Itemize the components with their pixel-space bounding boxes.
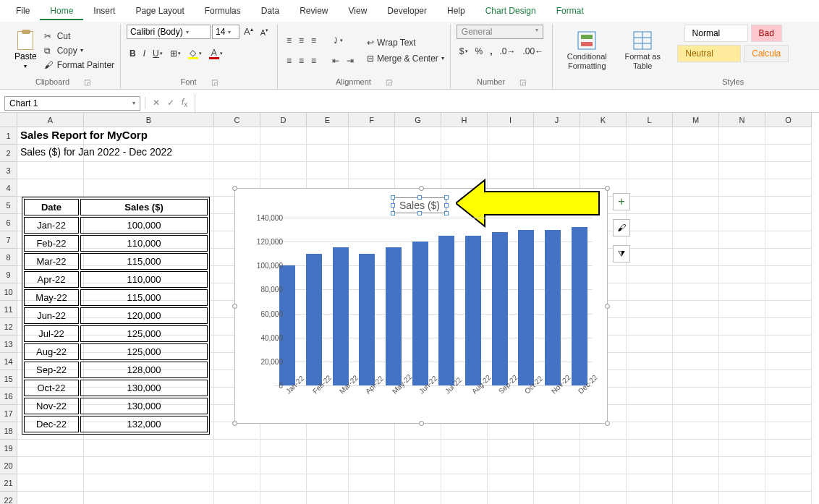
cell[interactable] [307, 492, 349, 504]
table-row[interactable]: Jan-22100,000 [24, 217, 208, 234]
cell[interactable] [488, 162, 534, 179]
chart-handle[interactable] [232, 421, 237, 426]
column-header-G[interactable]: G [395, 113, 441, 127]
cell[interactable] [214, 145, 260, 162]
align-top-button[interactable]: ≡ [284, 34, 294, 47]
cell[interactable] [488, 127, 534, 145]
cell[interactable] [441, 162, 488, 179]
cell[interactable] [84, 162, 214, 179]
wrap-text-button[interactable]: ↩Wrap Text [367, 38, 444, 48]
cell[interactable] [673, 145, 719, 162]
table-cell-sales[interactable]: 100,000 [80, 217, 208, 234]
cell[interactable] [765, 145, 812, 162]
cell[interactable] [260, 492, 307, 504]
table-row[interactable]: Apr-22110,000 [24, 271, 208, 288]
chart-handle[interactable] [605, 186, 610, 191]
align-middle-button[interactable]: ≡ [296, 34, 307, 47]
cell[interactable] [84, 440, 214, 457]
menu-data[interactable]: Data [251, 3, 289, 20]
bold-button[interactable]: B [127, 47, 139, 60]
cell[interactable] [627, 318, 673, 336]
table-cell-sales[interactable]: 128,000 [80, 362, 208, 378]
cell[interactable] [627, 388, 673, 405]
cell[interactable] [627, 457, 673, 474]
table-row[interactable]: Mar-22115,000 [24, 253, 208, 270]
row-header-11[interactable]: 11 [0, 301, 17, 318]
cell[interactable] [673, 197, 719, 214]
row-header-8[interactable]: 8 [0, 249, 17, 266]
chart-handle[interactable] [419, 186, 424, 191]
cell[interactable] [765, 162, 812, 179]
table-cell-sales[interactable]: 110,000 [80, 271, 208, 288]
column-header-L[interactable]: L [627, 113, 673, 127]
menu-page-layout[interactable]: Page Layout [125, 3, 194, 20]
cell[interactable] [765, 301, 812, 318]
cell[interactable] [214, 440, 260, 457]
cell[interactable] [673, 318, 719, 336]
fx-button[interactable]: fx [182, 97, 187, 108]
chart-plot-area[interactable] [274, 218, 593, 385]
italic-button[interactable]: I [140, 47, 148, 60]
table-cell-date[interactable]: Mar-22 [24, 253, 79, 270]
chart-bar[interactable] [518, 230, 534, 385]
cell[interactable] [719, 370, 765, 388]
column-header-B[interactable]: B [84, 113, 214, 127]
cell[interactable] [441, 145, 488, 162]
cell[interactable] [627, 266, 673, 283]
cell[interactable] [214, 474, 260, 492]
cell[interactable] [395, 422, 441, 440]
table-cell-sales[interactable]: 110,000 [80, 235, 208, 252]
cell[interactable] [534, 145, 580, 162]
cell[interactable] [627, 249, 673, 266]
cell[interactable] [580, 162, 627, 179]
cell[interactable] [719, 353, 765, 370]
row-header-1[interactable]: 1 [0, 127, 17, 145]
chart-bar[interactable] [572, 227, 587, 385]
cell[interactable] [627, 214, 673, 231]
table-cell-date[interactable]: Oct-22 [24, 380, 79, 396]
cell[interactable] [719, 249, 765, 266]
chart-bar[interactable] [492, 232, 508, 385]
accounting-format-button[interactable]: $▾ [457, 45, 471, 58]
cell[interactable] [395, 474, 441, 492]
cell[interactable] [214, 127, 260, 145]
table-row[interactable]: Feb-22110,000 [24, 235, 208, 252]
cell[interactable] [627, 231, 673, 249]
row-header-20[interactable]: 20 [0, 457, 17, 474]
cell[interactable] [488, 492, 534, 504]
name-box[interactable]: Chart 1▾ [4, 96, 140, 111]
cell[interactable] [673, 283, 719, 301]
increase-indent-button[interactable]: ⇥ [344, 54, 357, 67]
cell[interactable] [534, 422, 580, 440]
cell[interactable] [627, 162, 673, 179]
cell[interactable] [719, 422, 765, 440]
cell[interactable] [765, 214, 812, 231]
cell[interactable] [673, 266, 719, 283]
row-header-16[interactable]: 16 [0, 388, 17, 405]
cut-button[interactable]: ✂ Cut [44, 31, 114, 41]
cell[interactable] [673, 422, 719, 440]
cell[interactable] [673, 405, 719, 422]
cell[interactable] [260, 440, 307, 457]
table-row[interactable]: Sep-22128,000 [24, 362, 208, 378]
cell[interactable] [627, 197, 673, 214]
cell[interactable] [214, 492, 260, 504]
cell[interactable] [307, 145, 349, 162]
chart-handle[interactable] [232, 304, 237, 309]
cell[interactable] [627, 283, 673, 301]
cell[interactable] [627, 422, 673, 440]
cell[interactable] [307, 422, 349, 440]
cell[interactable] [673, 162, 719, 179]
table-cell-sales[interactable]: 132,000 [80, 416, 208, 432]
menu-file[interactable]: File [6, 3, 40, 20]
cell[interactable] [765, 474, 812, 492]
borders-button[interactable]: ⊞▾ [167, 47, 184, 60]
cell[interactable] [719, 405, 765, 422]
format-painter-button[interactable]: 🖌 Format Painter [44, 60, 114, 70]
cell[interactable] [673, 474, 719, 492]
cell[interactable] [307, 457, 349, 474]
cell[interactable] [534, 162, 580, 179]
cell[interactable] [17, 179, 84, 197]
percent-format-button[interactable]: % [472, 45, 486, 58]
column-header-I[interactable]: I [488, 113, 534, 127]
